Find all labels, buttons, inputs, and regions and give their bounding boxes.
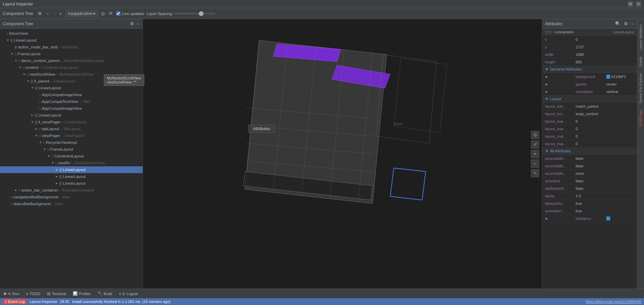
tooltip-line2: nestScrollView: ** bbox=[107, 80, 141, 84]
tree-item-nestrv[interactable]: ▼ □ nestRv – NestRecyclerView bbox=[0, 159, 143, 166]
tree-item-appcompatimage1[interactable]: □ AppCompatImageView bbox=[0, 91, 143, 98]
attributes-popup: Attributes bbox=[248, 125, 275, 133]
tree-item-tablayout[interactable]: ► □ tabLayout – TabLayout bbox=[0, 125, 143, 132]
attr-row-activated: activated false bbox=[542, 177, 637, 185]
attr-row-accessibility1: accessibilit... false bbox=[542, 155, 637, 162]
component-tree-label: Component Tree bbox=[3, 11, 33, 16]
component-icon: □□□ bbox=[545, 30, 552, 34]
tree-item-actionmodebar[interactable]: ⊞ action_mode_bar_stub – ViewStub bbox=[0, 44, 143, 50]
attr-row-background: ► background #2196F3 bbox=[542, 73, 637, 80]
attributes-settings-icon[interactable]: ⚙ bbox=[623, 20, 629, 27]
timestamp: 28:35 bbox=[60, 300, 69, 304]
attr-row-layout-height: layout_hei... wrap_content bbox=[542, 110, 637, 118]
settings-button[interactable]: ⚙ bbox=[628, 1, 633, 7]
tree-item-navbarbg[interactable]: □ navigationBarBackground – View bbox=[0, 194, 143, 200]
attr-row-accessibility2: accessibilit... false bbox=[542, 162, 637, 170]
attr-row-gravity: ► gravity center bbox=[542, 80, 637, 88]
bottom-bar: ▶ 4: Run ≡ TODO ▤ Terminal 📊 Profiler 🔨 … bbox=[0, 289, 644, 298]
attr-row-layout-margin1: layout_mar... 0 bbox=[542, 118, 637, 125]
tab-todo[interactable]: ≡ TODO bbox=[25, 292, 42, 296]
tree-item-decorview[interactable]: □ DecorView bbox=[0, 30, 143, 37]
attr-row-alwaysdra: alwaysDra... true bbox=[542, 200, 637, 207]
tool-btn-plus[interactable]: + bbox=[531, 150, 539, 158]
event-log-label: Event Log bbox=[8, 300, 25, 304]
tree-item-linearlayout3[interactable]: ► ||| LinearLayout bbox=[0, 112, 143, 119]
refresh-icon[interactable]: ⟳ bbox=[108, 10, 113, 17]
logcat-label: 6: Logcat bbox=[123, 292, 138, 296]
section-layout[interactable]: ▼ Layout bbox=[542, 95, 637, 103]
side-tab-layout-validation[interactable]: Layout Validation bbox=[638, 22, 644, 53]
tab-build[interactable]: 🔨 Build bbox=[96, 291, 113, 296]
side-tab-gradle[interactable]: Gradle bbox=[638, 54, 644, 70]
side-tab-asmplugin[interactable]: ASMPlugin bbox=[638, 107, 644, 129]
terminal-label: Terminal bbox=[52, 292, 66, 296]
side-tab-device-file[interactable]: Device File Explorer bbox=[638, 70, 644, 106]
attr-row-orientation: ► orientation vertical bbox=[542, 88, 637, 95]
component-type: LinearLayout bbox=[613, 30, 634, 34]
attributes-panel: Attributes 🔍 ⚙ – □□□ <unnamed> LinearLay… bbox=[542, 19, 637, 289]
app-selector[interactable]: myapplication ▾ bbox=[65, 10, 98, 17]
tool-btn-1[interactable]: ⊙ bbox=[531, 131, 539, 139]
layout-inspector-status: Layout Inspector bbox=[30, 300, 57, 304]
tree-minimize-icon[interactable]: – bbox=[136, 20, 140, 27]
attr-row-layout-margin2: layout_mar... 0 bbox=[542, 125, 637, 133]
attr-row-alpha: alpha 1.0 bbox=[542, 192, 637, 200]
attributes-search-icon[interactable]: 🔍 bbox=[614, 20, 621, 27]
section-declared-attributes[interactable]: ▼ Declared Attributes bbox=[542, 66, 637, 73]
title-bar-left: Layout Inspector bbox=[3, 2, 33, 6]
color-swatch-bg2 bbox=[606, 216, 610, 220]
profiler-label: Profiler bbox=[79, 292, 91, 296]
close-button[interactable]: ✕ bbox=[636, 1, 641, 7]
layer-spacing-slider[interactable] bbox=[174, 13, 215, 14]
tool-btn-minus[interactable]: – bbox=[531, 159, 539, 168]
attr-row-layout-margin4: layout_mar... 0 bbox=[542, 140, 637, 148]
tree-item-statusbarbg[interactable]: □ statusBarBackground – View bbox=[0, 200, 143, 207]
tree-item-framelayout[interactable]: ▼ □ FrameLayout bbox=[0, 50, 143, 57]
component-tree-container[interactable]: □ DecorView ▼ ||| LinearLayout ⊞ action_… bbox=[0, 29, 143, 289]
tool-btn-move[interactable]: ⤡ bbox=[531, 169, 539, 177]
todo-label: TODO bbox=[30, 292, 41, 296]
attr-row-layout-width: layout_wid... match_parent bbox=[542, 103, 637, 110]
profiler-icon: 📊 bbox=[73, 291, 78, 296]
tree-item-viewpager[interactable]: ▼ □ viewPager – ViewPager2 bbox=[0, 132, 143, 139]
tree-item-decorcontent[interactable]: ▼ □ decor_content_parent – ActionBarOver… bbox=[0, 57, 143, 64]
tooltip: MyNestedScrollView nestScrollView: ** bbox=[104, 74, 143, 86]
center-panel[interactable]: #### Attributes ⊙ ⤢ + – ⤡ bbox=[143, 19, 542, 289]
tab-run[interactable]: ▶ 4: Run bbox=[3, 291, 20, 296]
tree-item-linearlayout-selected[interactable]: ► ||| LinearLayout bbox=[0, 166, 143, 173]
tree-item-appcompattextview[interactable]: □ AppCompatTextView – "title" bbox=[0, 98, 143, 105]
add-button[interactable]: + bbox=[59, 10, 63, 17]
section-all-attributes[interactable]: ▼ All Attributes bbox=[542, 148, 637, 155]
tree-item-appcompatimage2[interactable]: □ AppCompatImageView bbox=[0, 105, 143, 112]
attr-row-addstates: addStatesF... false bbox=[542, 185, 637, 192]
tree-item-actionbarcontainer[interactable]: ► □ action_bar_container – ActionBarCont… bbox=[0, 187, 143, 194]
component-tree-title: Component Tree bbox=[3, 21, 33, 26]
tree-settings-icon[interactable]: ⚙ bbox=[129, 20, 135, 27]
attributes-content: □□□ <unnamed> LinearLayout x 0 y 1737 wi… bbox=[542, 29, 637, 289]
tree-item-llviewpager[interactable]: ▼ ||| ll_viewPager – LinearLayout bbox=[0, 119, 143, 125]
status-bar: 1 Event Log Layout Inspector 28:35 Insta… bbox=[0, 298, 644, 305]
tool-btn-2[interactable]: ⤢ bbox=[531, 140, 539, 149]
tab-logcat[interactable]: ≡ 6: Logcat bbox=[117, 292, 139, 296]
tab-terminal[interactable]: ▤ Terminal bbox=[46, 291, 67, 296]
error-badge[interactable]: 1 Event Log bbox=[3, 299, 27, 304]
tree-item-framelayout2[interactable]: ▼ □ FrameLayout bbox=[0, 146, 143, 153]
tooltip-line1: MyNestedScrollView bbox=[107, 76, 141, 80]
camera-icon[interactable]: ◎ bbox=[100, 10, 106, 17]
center-tools: ⊙ ⤢ + – ⤡ bbox=[531, 131, 539, 177]
live-updates-checkbox[interactable]: Live updates bbox=[116, 11, 144, 16]
tree-item-linearlayout4[interactable]: ► ||| LinearLayout bbox=[0, 173, 143, 180]
tree-item-content[interactable]: ▼ □ content – ContentFrameLayout bbox=[0, 64, 143, 71]
layer-spacing-control: Layer Spacing: bbox=[147, 12, 215, 16]
tab-profiler[interactable]: 📊 Profiler bbox=[71, 291, 92, 296]
settings-icon[interactable]: ⚙ bbox=[37, 10, 43, 17]
tree-item-linearlayout1[interactable]: ▼ ||| LinearLayout bbox=[0, 37, 143, 44]
component-tree-panel: Component Tree ⚙ – □ DecorView ▼ ||| Lin… bbox=[0, 19, 143, 289]
minimize-icon[interactable]: – bbox=[45, 10, 49, 17]
error-count: 1 bbox=[5, 300, 7, 304]
component-tree-header: Component Tree ⚙ – bbox=[0, 19, 143, 29]
attributes-close-icon[interactable]: – bbox=[631, 20, 634, 27]
tree-item-recyclerviewimpl[interactable]: ▼ □ RecyclerViewImpl bbox=[0, 139, 143, 146]
tree-item-constraintlayout[interactable]: ▼ □ ConstraintLayout bbox=[0, 153, 143, 159]
tree-item-linearlayout5[interactable]: ► ||| LinearLayout bbox=[0, 180, 143, 187]
